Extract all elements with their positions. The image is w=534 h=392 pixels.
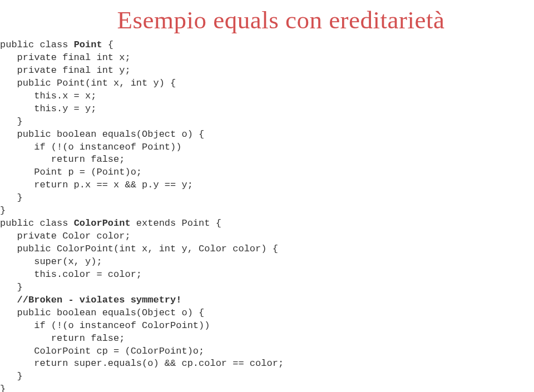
code-line: Point p = (Point)o;: [0, 166, 534, 179]
code-line: this.y = y;: [0, 103, 534, 116]
code-line: }: [0, 192, 534, 205]
code-line: }: [0, 281, 534, 294]
code-line: return p.x == x && p.y == y;: [0, 179, 534, 192]
code-line: public boolean equals(Object o) {: [0, 307, 534, 320]
code-line: this.x = x;: [0, 90, 534, 103]
class-name-point: Point: [74, 39, 102, 50]
code-line: }: [0, 205, 534, 217]
code-line: return false;: [0, 333, 534, 345]
code-line: }: [0, 116, 534, 128]
code-line: super(x, y);: [0, 256, 534, 269]
code-line: ColorPoint cp = (ColorPoint)o;: [0, 345, 534, 358]
slide-title: Esempio equals con ereditarietà: [0, 0, 534, 34]
code-line: if (!(o instanceof ColorPoint)): [0, 320, 534, 333]
code-line: return false;: [0, 153, 534, 166]
code-line: }: [0, 383, 534, 392]
code-line: public class ColorPoint extends Point {: [0, 217, 534, 230]
code-line: private Color color;: [0, 230, 534, 243]
code-block: public class Point { private final int x…: [0, 34, 534, 392]
code-line: public ColorPoint(int x, int y, Color co…: [0, 243, 534, 256]
code-line: private final int x;: [0, 52, 534, 64]
code-line: this.color = color;: [0, 269, 534, 281]
class-name-colorpoint: ColorPoint: [74, 218, 131, 229]
code-line: public Point(int x, int y) {: [0, 77, 534, 90]
code-line: if (!(o instanceof Point)): [0, 141, 534, 154]
code-line: return super.equals(o) && cp.color == co…: [0, 358, 534, 370]
code-line: private final int y;: [0, 64, 534, 77]
code-line: public boolean equals(Object o) {: [0, 128, 534, 141]
code-line: public class Point {: [0, 39, 534, 52]
code-comment-broken: //Broken - violates symmetry!: [0, 294, 534, 307]
code-line: }: [0, 370, 534, 383]
